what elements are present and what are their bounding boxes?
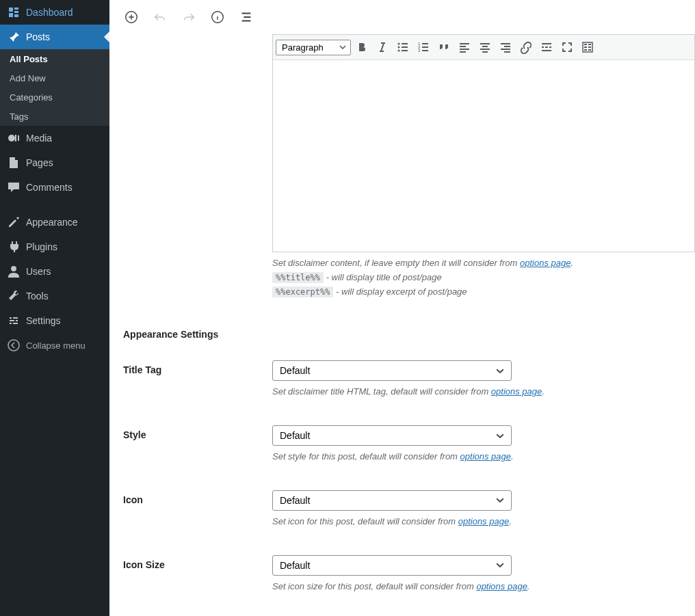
svg-text:3: 3 bbox=[418, 49, 421, 53]
appearance-icon bbox=[7, 215, 21, 229]
submenu-categories[interactable]: Categories bbox=[0, 88, 109, 107]
icon-size-select[interactable]: Default bbox=[272, 555, 512, 576]
editor-content[interactable] bbox=[273, 60, 694, 252]
users-icon bbox=[7, 265, 21, 278]
title-tag-select[interactable]: Default bbox=[272, 360, 512, 381]
style-label: Style bbox=[123, 425, 272, 464]
align-left-button[interactable] bbox=[455, 38, 474, 57]
format-select[interactable]: Paragraph bbox=[276, 40, 351, 55]
sidebar-item-appearance[interactable]: Appearance bbox=[0, 210, 109, 235]
align-center-button[interactable] bbox=[475, 38, 495, 57]
collapse-icon bbox=[7, 338, 21, 352]
svg-point-7 bbox=[398, 50, 400, 52]
dashboard-icon bbox=[7, 5, 21, 19]
svg-rect-13 bbox=[588, 44, 591, 45]
sidebar-label: Comments bbox=[26, 182, 73, 193]
options-page-link[interactable]: options page bbox=[520, 258, 571, 268]
svg-rect-17 bbox=[588, 49, 591, 51]
style-select[interactable]: Default bbox=[272, 425, 512, 446]
sidebar-item-posts[interactable]: Posts bbox=[0, 25, 109, 49]
svg-rect-12 bbox=[584, 44, 587, 45]
toolbar-toggle-button[interactable] bbox=[578, 38, 597, 57]
svg-point-5 bbox=[398, 43, 400, 45]
icon-label: Icon bbox=[123, 490, 272, 529]
svg-point-6 bbox=[398, 46, 400, 49]
sidebar-label: Settings bbox=[26, 315, 61, 326]
italic-button[interactable] bbox=[373, 38, 392, 57]
editor-toolbar: Paragraph 123 bbox=[273, 35, 694, 60]
sidebar-label: Users bbox=[26, 266, 51, 277]
options-page-link[interactable]: options page bbox=[491, 386, 542, 397]
fullscreen-button[interactable] bbox=[558, 38, 577, 57]
bulleted-list-button[interactable] bbox=[393, 38, 412, 57]
sidebar-item-media[interactable]: Media bbox=[0, 126, 109, 150]
svg-point-0 bbox=[8, 135, 15, 142]
sidebar-label: Plugins bbox=[26, 241, 57, 252]
pages-icon bbox=[7, 156, 21, 170]
style-helper: Set style for this post, default will co… bbox=[272, 450, 655, 464]
plugins-icon bbox=[7, 240, 21, 254]
sidebar-label: Dashboard bbox=[26, 7, 73, 18]
title-tag-helper: Set disclaimer title HTML tag, default w… bbox=[272, 385, 655, 399]
submenu-all-posts[interactable]: All Posts bbox=[0, 49, 109, 68]
sidebar-label: Posts bbox=[26, 31, 50, 42]
bold-button[interactable] bbox=[352, 38, 371, 57]
media-icon bbox=[7, 131, 21, 145]
options-page-link[interactable]: options page bbox=[476, 581, 527, 591]
sidebar-item-comments[interactable]: Comments bbox=[0, 175, 109, 200]
undo-button[interactable] bbox=[152, 9, 168, 25]
sidebar-item-pages[interactable]: Pages bbox=[0, 150, 109, 175]
options-page-link[interactable]: options page bbox=[460, 451, 511, 461]
settings-icon bbox=[7, 314, 21, 327]
icon-size-label: Icon Size bbox=[123, 555, 272, 594]
svg-point-2 bbox=[8, 340, 19, 351]
tools-icon bbox=[7, 289, 21, 303]
pin-icon bbox=[7, 30, 21, 44]
svg-rect-14 bbox=[584, 46, 587, 48]
redo-button[interactable] bbox=[181, 9, 197, 25]
numbered-list-button[interactable]: 123 bbox=[414, 38, 433, 57]
sidebar-label: Appearance bbox=[26, 217, 78, 228]
sidebar-item-settings[interactable]: Settings bbox=[0, 308, 109, 333]
svg-rect-15 bbox=[588, 46, 591, 48]
icon-select[interactable]: Default bbox=[272, 490, 512, 511]
sidebar-label: Media bbox=[26, 133, 52, 144]
outline-button[interactable] bbox=[238, 9, 254, 25]
sidebar-item-tools[interactable]: Tools bbox=[0, 284, 109, 308]
svg-rect-16 bbox=[584, 49, 587, 51]
blockquote-button[interactable] bbox=[434, 38, 454, 57]
svg-point-1 bbox=[11, 266, 16, 271]
sidebar-label: Pages bbox=[26, 157, 53, 168]
collapse-label: Collapse menu bbox=[26, 340, 86, 351]
info-button[interactable] bbox=[209, 9, 226, 25]
editor-topbar bbox=[109, 0, 695, 34]
posts-submenu: All Posts Add New Categories Tags bbox=[0, 49, 109, 126]
insert-more-button[interactable] bbox=[537, 38, 556, 57]
admin-sidebar: Dashboard Posts All Posts Add New Catego… bbox=[0, 0, 109, 616]
wysiwyg-editor: Paragraph 123 bbox=[272, 34, 695, 252]
icon-helper: Set icon for this post, default will con… bbox=[272, 515, 655, 529]
title-token: %%title%% bbox=[272, 272, 324, 283]
options-page-link[interactable]: options page bbox=[458, 516, 509, 526]
sidebar-label: Tools bbox=[26, 291, 49, 302]
comments-icon bbox=[7, 180, 21, 194]
content-helper-text: Set disclaimer content, if leave empty t… bbox=[272, 256, 695, 299]
sidebar-item-plugins[interactable]: Plugins bbox=[0, 235, 109, 259]
icon-size-helper: Set icon size for this post, default wil… bbox=[272, 580, 655, 594]
title-tag-label: Title Tag bbox=[123, 360, 272, 399]
sidebar-item-dashboard[interactable]: Dashboard bbox=[0, 0, 109, 25]
submenu-tags[interactable]: Tags bbox=[0, 107, 109, 126]
add-block-button[interactable] bbox=[123, 9, 140, 25]
appearance-settings-heading: Appearance Settings bbox=[123, 329, 695, 340]
excerpt-token: %%excerpt%% bbox=[272, 286, 333, 297]
sidebar-item-users[interactable]: Users bbox=[0, 259, 109, 284]
collapse-menu[interactable]: Collapse menu bbox=[0, 333, 109, 358]
submenu-add-new[interactable]: Add New bbox=[0, 68, 109, 88]
align-right-button[interactable] bbox=[496, 38, 515, 57]
link-button[interactable] bbox=[516, 38, 536, 57]
